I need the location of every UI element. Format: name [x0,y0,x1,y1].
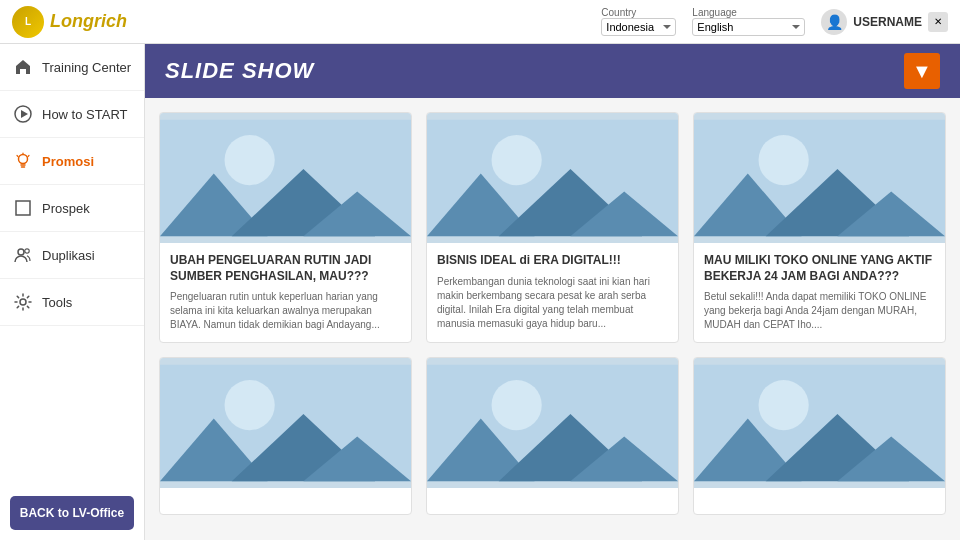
card-1-title: UBAH PENGELUARAN RUTIN JADI SUMBER PENGH… [170,253,401,284]
square-icon [12,197,34,219]
card-3-body: MAU MILIKI TOKO ONLINE YANG AKTIF BEKERJ… [694,243,945,342]
svg-point-8 [225,135,275,185]
logo-area: L Longrich [12,6,127,38]
card-2-title: BISNIS IDEAL di ERA DIGITAL!!! [437,253,668,269]
username-label: USERNAME [853,15,922,29]
logo-icon: L [12,6,44,38]
logo-text: Longrich [50,11,127,32]
card-3[interactable]: MAU MILIKI TOKO ONLINE YANG AKTIF BEKERJ… [693,112,946,343]
card-6-image [694,358,945,488]
svg-point-33 [759,380,809,430]
card-3-image [694,113,945,243]
main-layout: Training Center How to START Promosi [0,44,960,540]
svg-point-6 [20,299,26,305]
play-icon [12,103,34,125]
card-6[interactable] [693,357,946,515]
sidebar-label-promosi: Promosi [42,154,94,169]
card-5-image [427,358,678,488]
card-5-body [427,488,678,514]
sidebar-item-duplikasi[interactable]: Duplikasi [0,232,144,279]
svg-point-23 [225,380,275,430]
svg-point-4 [18,249,24,255]
card-3-text: Betul sekali!!! Anda dapat memiliki TOKO… [704,290,935,332]
language-select[interactable]: English Bahasa Indonesia Chinese [692,18,805,36]
country-field: Country Indonesia Malaysia Singapore [601,7,676,36]
cards-grid: UBAH PENGELUARAN RUTIN JADI SUMBER PENGH… [145,98,960,529]
home-icon [12,56,34,78]
svg-marker-1 [21,110,28,118]
language-label: Language [692,7,805,18]
gear-icon [12,291,34,313]
card-1[interactable]: UBAH PENGELUARAN RUTIN JADI SUMBER PENGH… [159,112,412,343]
sidebar-item-howto-start[interactable]: How to START [0,91,144,138]
sidebar-item-training-center[interactable]: Training Center [0,44,144,91]
sidebar: Training Center How to START Promosi [0,44,145,540]
card-4[interactable] [159,357,412,515]
country-select[interactable]: Indonesia Malaysia Singapore [601,18,676,36]
user-avatar-icon: 👤 [821,9,847,35]
card-6-body [694,488,945,514]
sidebar-item-tools[interactable]: Tools [0,279,144,326]
sidebar-label-duplikasi: Duplikasi [42,248,95,263]
sidebar-item-prospek[interactable]: Prospek [0,185,144,232]
card-4-body [160,488,411,514]
bulb-icon [12,150,34,172]
svg-point-2 [19,155,28,164]
svg-point-13 [492,135,542,185]
country-label: Country [601,7,676,18]
svg-point-5 [25,249,29,253]
top-bar-right: Country Indonesia Malaysia Singapore Lan… [601,7,948,36]
sidebar-label-prospek: Prospek [42,201,90,216]
sidebar-label-training-center: Training Center [42,60,131,75]
sidebar-item-promosi[interactable]: Promosi [0,138,144,185]
sidebar-spacer [0,326,144,486]
svg-point-28 [492,380,542,430]
card-3-title: MAU MILIKI TOKO ONLINE YANG AKTIF BEKERJ… [704,253,935,284]
slideshow-header: SLIDE SHOW ▼ [145,44,960,98]
card-1-body: UBAH PENGELUARAN RUTIN JADI SUMBER PENGH… [160,243,411,342]
user-area: 👤 USERNAME ✕ [821,9,948,35]
sidebar-label-howto-start: How to START [42,107,127,122]
content-area: SLIDE SHOW ▼ UBAH PENGELUARAN RUTIN JA [145,44,960,540]
card-2-body: BISNIS IDEAL di ERA DIGITAL!!! Perkemban… [427,243,678,341]
slideshow-title: SLIDE SHOW [165,58,314,84]
users-icon [12,244,34,266]
logout-button[interactable]: ✕ [928,12,948,32]
svg-point-18 [759,135,809,185]
slideshow-arrow-button[interactable]: ▼ [904,53,940,89]
card-2-image [427,113,678,243]
card-1-image [160,113,411,243]
logo: L Longrich [12,6,127,38]
card-1-text: Pengeluaran rutin untuk keperluan harian… [170,290,401,332]
language-field: Language English Bahasa Indonesia Chines… [692,7,805,36]
back-to-lv-office-button[interactable]: BACK to LV-Office [10,496,134,530]
top-bar: L Longrich Country Indonesia Malaysia Si… [0,0,960,44]
card-2-text: Perkembangan dunia teknologi saat ini ki… [437,275,668,331]
card-2[interactable]: BISNIS IDEAL di ERA DIGITAL!!! Perkemban… [426,112,679,343]
card-4-image [160,358,411,488]
card-5[interactable] [426,357,679,515]
svg-rect-3 [16,201,30,215]
sidebar-label-tools: Tools [42,295,72,310]
